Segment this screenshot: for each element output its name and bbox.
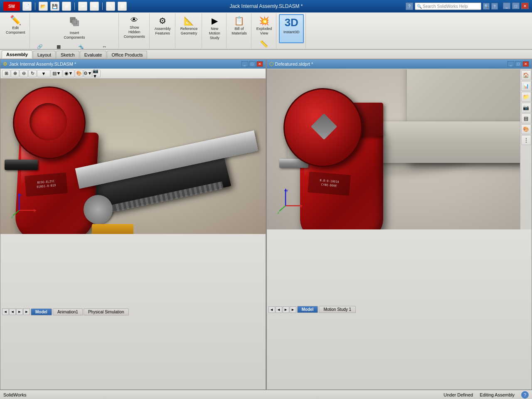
left-nav-arrows: ◄ ◄ ► ► [2, 308, 30, 315]
left-vp-maximize[interactable]: □ [249, 61, 256, 67]
camera-icon[interactable]: 📷 [521, 103, 531, 113]
instant3d-button[interactable]: 3D Instant3D [279, 14, 304, 43]
viewports-area: ⚙ Jack Internal Assemly.SLDASM * _ □ ✕ ⊞… [0, 59, 532, 390]
mate-button[interactable]: 🔗 Mate [32, 42, 47, 50]
minimize-button[interactable]: _ [503, 2, 510, 9]
search-button[interactable]: 🔍 [483, 3, 490, 10]
search-icon: 🔍 [417, 4, 422, 9]
select-button[interactable]: ↖ [106, 2, 115, 11]
new-button[interactable]: 📄 [22, 2, 32, 11]
left-arrow-next[interactable]: ► [16, 308, 23, 315]
left-tab-animation[interactable]: Animation1 [53, 308, 83, 315]
smart-fasteners-button[interactable]: 🔩 SmartFasteners [70, 42, 92, 50]
tab-assembly[interactable]: Assembly [2, 50, 32, 59]
left-vp-minimize[interactable]: _ [241, 61, 248, 67]
right-tab-model[interactable]: Model [297, 306, 318, 313]
right-arrow-prev2[interactable]: ◄ [276, 306, 282, 313]
right-tab-motion-study[interactable]: Motion Study 1 [319, 306, 356, 313]
svg-rect-2 [72, 19, 77, 24]
right-viewport-titlebar: ⬡ Defeatured.sldprt * _ □ ✕ [267, 59, 532, 69]
reference-geometry-group: 📐 ReferenceGeometry [176, 13, 202, 48]
assembly-features-label: AssemblyFeatures [155, 27, 171, 36]
bill-of-materials-button[interactable]: 📋 Bill ofMaterials [229, 14, 249, 37]
svg-text:z: z [11, 215, 13, 219]
view-select-button[interactable]: ▼ [37, 70, 50, 77]
edit-component-icon: ✏️ [10, 16, 21, 25]
save-button[interactable]: 💾 [50, 2, 59, 11]
home-icon[interactable]: 🏠 [521, 70, 531, 80]
settings-button[interactable]: ⚙▼ [84, 70, 92, 77]
graph-icon[interactable]: 📊 [521, 81, 531, 91]
right-bottom-tabs: ◄ ◄ ► ► Model Motion Study 1 [267, 229, 532, 389]
left-tab-physical[interactable]: Physical Simulation [84, 308, 129, 315]
left-vp-title-left: ⚙ Jack Internal Assemly.SLDASM * [3, 61, 76, 67]
tab-office-products[interactable]: Office Products [107, 51, 147, 59]
exploded-view-button[interactable]: 💥 ExplodedView [254, 14, 275, 37]
left-arrow-next2[interactable]: ► [23, 308, 30, 315]
right-vp-close[interactable]: ✕ [522, 61, 529, 67]
motion-study-icon: ▶ [212, 16, 218, 26]
svg-text:z: z [278, 211, 279, 214]
color-button[interactable]: 🎨 [75, 70, 83, 77]
maximize-button[interactable]: □ [512, 2, 520, 9]
tab-sketch[interactable]: Sketch [56, 51, 79, 59]
more-icon[interactable]: ⋮ [521, 135, 531, 145]
right-vp-minimize[interactable]: _ [507, 61, 514, 67]
left-vp-close[interactable]: ✕ [256, 61, 263, 67]
new-motion-study-button[interactable]: ▶ NewMotionStudy [204, 14, 224, 42]
tab-evaluate[interactable]: Evaluate [80, 51, 107, 59]
folder-icon[interactable]: 📁 [521, 92, 531, 102]
close-button[interactable]: ✕ [521, 2, 529, 9]
right-arrow-prev[interactable]: ◄ [268, 306, 275, 313]
status-bar: SolidWorks Under Defined Editing Assembl… [0, 390, 532, 399]
zoom-to-fit-button[interactable]: ⊞ [2, 70, 10, 77]
right-sidebar: 🏠 📊 📁 📷 ▤ 🎨 ⋮ [520, 69, 532, 229]
show-hidden-button[interactable]: 👁 ShowHiddenComponents [121, 14, 148, 40]
view-orientation-button[interactable]: ◉▼ [63, 70, 74, 77]
left-vp-content[interactable]: BCOO-ELZYC010D1-0-B1D [0, 79, 266, 234]
open-button[interactable]: 📂 [39, 2, 48, 11]
ribbon-toolbar: ✏️ EditComponent InsertComponents 🔗 [0, 12, 532, 50]
tab-layout[interactable]: Layout [33, 51, 56, 59]
edit-component-button[interactable]: ✏️ EditComponent [3, 14, 28, 37]
rotate-button[interactable]: ↻ [28, 70, 37, 77]
color-picker-icon[interactable]: 🎨 [521, 124, 531, 134]
edit-group: ✏️ EditComponent [2, 13, 30, 48]
options-button[interactable]: ⚙ [118, 2, 127, 11]
explode-line-sketch-button[interactable]: 📏 ExplodeLineSketch [254, 38, 274, 50]
assembly-features-button[interactable]: ⚙ AssemblyFeatures [152, 14, 173, 37]
help-button[interactable]: ? [406, 2, 413, 10]
undo-button[interactable]: ↩ [78, 2, 87, 11]
insert-components-button[interactable]: InsertComponents [62, 14, 88, 42]
left-arrow-prev2[interactable]: ◄ [9, 308, 16, 315]
motion-study-label: NewMotionStudy [209, 27, 220, 40]
linear-component-button[interactable]: ▦ LinearCompon... [48, 42, 70, 50]
right-vp-maximize[interactable]: □ [515, 61, 522, 67]
move-component-button[interactable]: ↔ MoveComponent [92, 42, 117, 50]
zoom-in-button[interactable]: ⊕ [11, 70, 19, 77]
display-mode-button[interactable]: ▤▼ [51, 70, 62, 77]
help-menu-button[interactable]: ? [491, 3, 498, 10]
right-arrow-next[interactable]: ► [283, 306, 289, 313]
help-circle-button[interactable]: ? [521, 391, 529, 399]
right-vp-title-left: ⬡ Defeatured.sldprt * [269, 61, 313, 67]
right-arrow-next2[interactable]: ► [290, 306, 296, 313]
show-hidden-label: ShowHiddenComponents [124, 25, 145, 39]
exploded-view-group: 💥 ExplodedView 📏 ExplodeLineSketch [252, 13, 277, 48]
part-icon: ⬡ [269, 61, 273, 67]
print-button[interactable]: 🖨 [62, 2, 71, 11]
bom-group: 📋 Bill ofMaterials [227, 13, 251, 48]
app-name: SolidWorks [3, 392, 26, 397]
capture-button[interactable]: 📷▼ [92, 70, 101, 77]
layers-icon[interactable]: ▤ [521, 113, 531, 123]
right-vp-content[interactable]: B.B-0-10010CYBE-B00E 🏠 📊 📁 📷 ▤ 🎨 ⋮ [267, 69, 532, 229]
search-bar[interactable]: 🔍 Search SolidWorks Help [415, 2, 481, 10]
housing-text: BCOO-ELZYC010D1-0-B1D [36, 180, 56, 190]
housing-text-right: B.B-0-10010CYBE-B00E [319, 179, 339, 189]
redo-button[interactable]: ↪ [90, 2, 99, 11]
svg-text:x: x [300, 205, 302, 209]
zoom-out-button[interactable]: ⊖ [20, 70, 28, 77]
reference-geometry-button[interactable]: 📐 ReferenceGeometry [178, 14, 200, 37]
left-tab-model[interactable]: Model [31, 308, 52, 315]
left-arrow-prev[interactable]: ◄ [2, 308, 9, 315]
